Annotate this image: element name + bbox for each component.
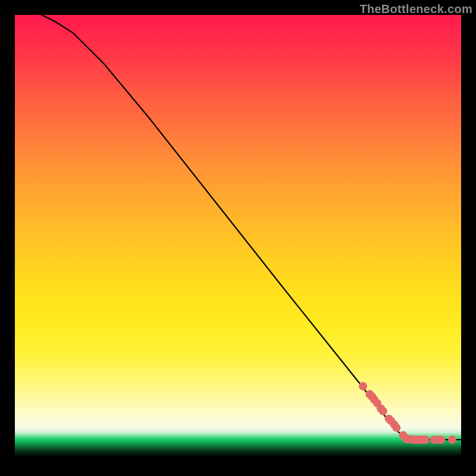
marker-group bbox=[359, 382, 456, 444]
curve-layer bbox=[15, 15, 461, 461]
data-point bbox=[359, 382, 367, 390]
plot-gradient-area bbox=[15, 15, 461, 461]
watermark-text: TheBottleneck.com bbox=[359, 2, 472, 16]
data-point bbox=[437, 436, 445, 444]
data-point bbox=[379, 407, 387, 415]
data-point bbox=[421, 436, 430, 444]
chart-stage: TheBottleneck.com bbox=[0, 0, 476, 476]
data-point bbox=[392, 424, 400, 432]
main-curve bbox=[42, 15, 461, 440]
data-point bbox=[448, 436, 456, 444]
